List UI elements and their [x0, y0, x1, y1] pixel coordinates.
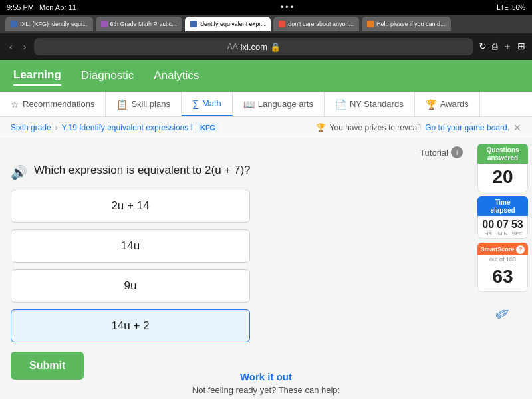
- prize-link[interactable]: Go to your game board.: [425, 123, 509, 132]
- smart-score-label: SmartScore: [481, 246, 515, 253]
- tab-skill-plans[interactable]: 📋 Skill plans: [106, 92, 182, 116]
- time-display: 00 HR 07 MIN 53 SEC: [477, 216, 528, 239]
- carrier: LTE: [497, 4, 509, 11]
- breadcrumb-skill[interactable]: Y.19 Identify equivalent expressions I: [62, 123, 193, 132]
- time-header-1: Time: [480, 199, 525, 207]
- tab-recommendations[interactable]: ☆ Recommendations: [0, 92, 106, 116]
- skill-plans-icon: 📋: [116, 99, 128, 110]
- tab-1[interactable]: IXL: (KFG) Identify equi...: [5, 17, 93, 31]
- time-min: 07 MIN: [497, 219, 509, 237]
- status-day: Mon Apr 11: [39, 3, 76, 11]
- prize-text: You have prizes to reveal!: [330, 123, 422, 132]
- status-right: LTE 56%: [497, 4, 525, 11]
- breadcrumb-sep: ›: [55, 123, 58, 132]
- question-text: 🔊 Which expression is equivalent to 2(u …: [11, 164, 463, 180]
- question-body: Which expression is equivalent to 2(u + …: [34, 164, 251, 177]
- tab-5-label: Help please if you can d...: [376, 21, 446, 27]
- answer-4-label: 14u + 2: [111, 319, 149, 332]
- trophy-icon: 🏆: [316, 123, 326, 132]
- smart-score-info-icon[interactable]: ?: [516, 245, 525, 254]
- tab-ny-standards[interactable]: 📄 NY Standards: [325, 92, 415, 116]
- new-tab-icon[interactable]: ＋: [503, 41, 512, 53]
- ixl-nav: Learning Diagnostic Analytics: [0, 60, 532, 92]
- time-elapsed-box: Time elapsed 00 HR 07 MIN 53 SEC: [477, 196, 528, 239]
- tab-math[interactable]: ∑ Math: [182, 92, 233, 116]
- question-area: Tutorial i 🔊 Which expression is equival…: [0, 138, 473, 364]
- status-left: 9:55 PM Mon Apr 11: [7, 3, 76, 11]
- questions-answered-value: 20: [477, 164, 528, 192]
- nav-diagnostic[interactable]: Diagnostic: [81, 66, 134, 85]
- smart-score-header: SmartScore ?: [477, 243, 528, 255]
- work-subtitle: Not feeling ready yet? These can help:: [11, 385, 521, 395]
- tab-4[interactable]: don't care about anyon...: [273, 17, 359, 31]
- breadcrumb-grade[interactable]: Sixth grade: [11, 123, 51, 132]
- tab-recommendations-label: Recommendations: [23, 99, 94, 109]
- address-bar[interactable]: AA ixl.com 🔒: [34, 38, 473, 55]
- answer-option-4[interactable]: 14u + 2: [11, 309, 250, 342]
- tab-5-favicon: [367, 21, 374, 27]
- awards-icon: 🏆: [426, 99, 437, 110]
- main-content: Tutorial i 🔊 Which expression is equival…: [0, 138, 532, 364]
- tab-skill-plans-label: Skill plans: [131, 99, 170, 109]
- back-button[interactable]: ‹: [7, 40, 15, 53]
- tabs-icon[interactable]: ⊞: [517, 41, 525, 53]
- tab-language-arts[interactable]: 📖 Language arts: [233, 92, 325, 116]
- answer-option-2[interactable]: 14u: [11, 229, 250, 263]
- nav-learning[interactable]: Learning: [13, 66, 61, 86]
- tab-math-label: Math: [202, 98, 221, 108]
- tab-ny-standards-label: NY Standards: [350, 99, 404, 109]
- tab-2-label: 6th Grade Math Practic...: [110, 21, 177, 27]
- tutorial-info-icon[interactable]: i: [451, 146, 463, 158]
- smart-score-value: 63: [477, 263, 528, 292]
- language-arts-icon: 📖: [243, 99, 255, 110]
- breadcrumb: Sixth grade › Y.19 Identify equivalent e…: [0, 117, 532, 138]
- forward-button[interactable]: ›: [21, 40, 29, 53]
- answer-option-1[interactable]: 2u + 14: [11, 190, 250, 223]
- tab-2[interactable]: 6th Grade Math Practic...: [96, 17, 182, 31]
- tab-1-label: IXL: (KFG) Identify equi...: [20, 21, 88, 27]
- tab-language-arts-label: Language arts: [258, 99, 313, 109]
- close-prize-icon[interactable]: ✕: [513, 122, 521, 133]
- tab-awards[interactable]: 🏆 Awards: [415, 92, 480, 116]
- status-time: 9:55 PM: [7, 3, 34, 11]
- tab-4-favicon: [279, 21, 285, 27]
- share-icon[interactable]: ⎙: [492, 41, 497, 53]
- submit-button[interactable]: Submit: [11, 352, 84, 380]
- address-url: ixl.com 🔒: [241, 42, 281, 52]
- questions-answered-box: Questions answered 20: [477, 144, 528, 192]
- battery: 56%: [512, 4, 525, 11]
- nav-analytics[interactable]: Analytics: [154, 66, 199, 85]
- smart-score-subheader: out of 100: [477, 255, 528, 263]
- prize-banner: 🏆 You have prizes to reveal! Go to your …: [316, 122, 521, 133]
- audio-icon[interactable]: 🔊: [11, 164, 27, 180]
- time-elapsed-header: Time elapsed: [477, 196, 528, 216]
- tab-4-label: don't care about anyon...: [288, 21, 354, 27]
- right-panel: Questions answered 20 Time elapsed 00 HR…: [473, 138, 532, 364]
- tab-awards-label: Awards: [440, 99, 469, 109]
- pencil-icon[interactable]: ✏: [495, 304, 510, 325]
- tutorial-label: Tutorial: [420, 148, 448, 158]
- time-sec: 53 SEC: [511, 219, 523, 237]
- answer-1-label: 2u + 14: [111, 200, 149, 212]
- tab-3-favicon: [190, 21, 197, 27]
- tab-5[interactable]: Help please if you can d...: [362, 17, 451, 31]
- tab-3[interactable]: Identify equivalent expr...: [185, 17, 271, 31]
- tab-1-favicon: [11, 21, 17, 27]
- toolbar-icons: ↻ ⎙ ＋ ⊞: [479, 41, 525, 53]
- browser-address-bar: ‹ › AA ixl.com 🔒 ↻ ⎙ ＋ ⊞: [0, 33, 532, 60]
- answer-2-label: 14u: [121, 239, 140, 252]
- reload-icon[interactable]: ↻: [479, 41, 487, 53]
- address-aa: AA: [227, 42, 238, 51]
- ny-standards-icon: 📄: [335, 99, 346, 110]
- questions-answered-header: Questions answered: [477, 144, 528, 164]
- recommendations-icon: ☆: [11, 99, 19, 110]
- status-bar: 9:55 PM Mon Apr 11 • • • LTE 56%: [0, 0, 532, 15]
- tutorial-row: Tutorial i: [11, 146, 463, 158]
- tab-2-favicon: [101, 21, 108, 27]
- time-hr: 00 HR: [482, 219, 494, 237]
- skill-tabs: ☆ Recommendations 📋 Skill plans ∑ Math 📖…: [0, 92, 532, 117]
- smart-score-box: SmartScore ? out of 100 63: [477, 243, 528, 292]
- answer-option-3[interactable]: 9u: [11, 269, 250, 303]
- questions-header-1: Questions: [480, 146, 525, 154]
- questions-header-2: answered: [480, 154, 525, 162]
